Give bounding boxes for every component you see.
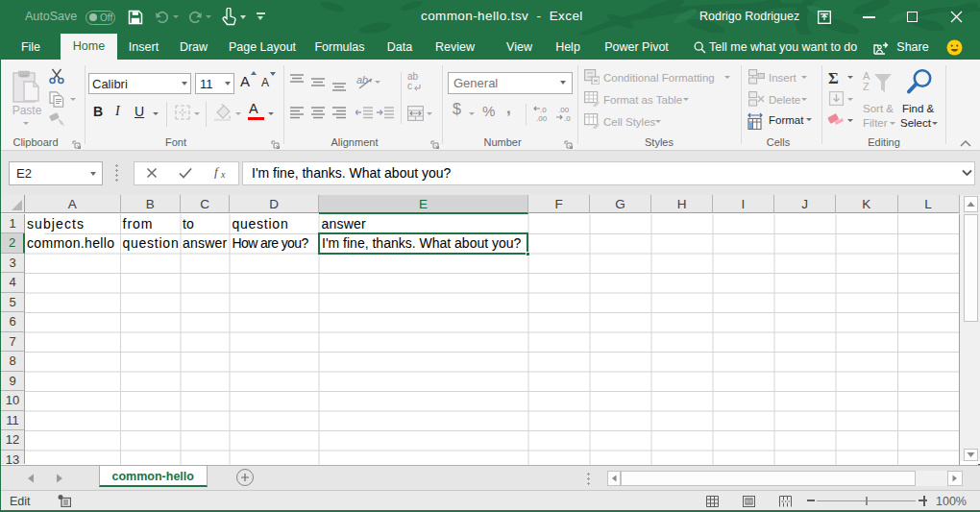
svg-text:.00: .00 [536, 114, 548, 122]
svg-text:ab: ab [356, 74, 368, 85]
svg-text:.0: .0 [564, 114, 571, 122]
svg-text:c: c [407, 81, 412, 91]
svg-text:.00: .00 [558, 106, 570, 114]
svg-text:.0: .0 [540, 106, 547, 114]
